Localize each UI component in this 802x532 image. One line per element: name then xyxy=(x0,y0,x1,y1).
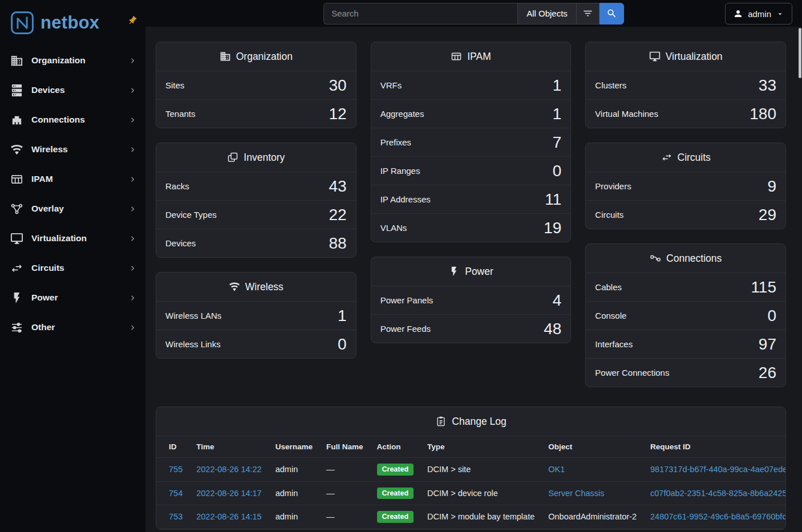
brand-name[interactable]: netbox xyxy=(40,13,99,33)
change-full-name: — xyxy=(326,489,335,498)
stat-label[interactable]: Cables xyxy=(595,282,622,292)
sidebar-item-devices[interactable]: Devices xyxy=(0,75,145,105)
scrollbar-thumb[interactable] xyxy=(799,28,801,78)
app-window: netbox Organization Devices Connections … xyxy=(0,0,802,532)
change-id-link[interactable]: 755 xyxy=(169,465,183,474)
stat-label[interactable]: Circuits xyxy=(595,210,623,220)
change-object-link[interactable]: OK1 xyxy=(548,465,565,474)
stat-label[interactable]: IP Ranges xyxy=(380,166,420,176)
stat-label[interactable]: Wireless Links xyxy=(165,339,221,349)
card-header: Inventory xyxy=(156,143,356,172)
stat-value[interactable]: 0 xyxy=(553,163,562,179)
stat-value[interactable]: 12 xyxy=(329,106,347,122)
stat-value[interactable]: 1 xyxy=(338,308,347,324)
column-header-object[interactable]: Object xyxy=(541,436,643,458)
stat-value[interactable]: 26 xyxy=(759,365,776,381)
stat-value[interactable]: 0 xyxy=(338,336,347,352)
stat-value[interactable]: 180 xyxy=(750,106,776,122)
column-header-username[interactable]: Username xyxy=(269,436,319,458)
stat-label[interactable]: Aggregates xyxy=(380,109,424,119)
sidebar-item-label: Power xyxy=(31,293,128,303)
change-id-link[interactable]: 754 xyxy=(169,489,183,498)
column-header-full-name[interactable]: Full Name xyxy=(319,436,370,458)
stat-label[interactable]: Device Types xyxy=(165,210,217,220)
stat-value[interactable]: 97 xyxy=(759,336,776,352)
card-title: Organization xyxy=(236,51,293,63)
stat-value[interactable]: 1 xyxy=(553,78,562,94)
stat-value[interactable]: 115 xyxy=(751,279,776,295)
stat-label[interactable]: IP Addresses xyxy=(380,194,431,204)
stat-label[interactable]: Power Panels xyxy=(380,295,434,305)
stat-value[interactable]: 1 xyxy=(553,106,562,122)
stat-value[interactable]: 29 xyxy=(759,207,776,223)
card-title: Virtualization xyxy=(666,51,723,63)
stat-label[interactable]: Console xyxy=(595,311,626,320)
stat-label[interactable]: Power Connections xyxy=(595,368,669,377)
stat-value[interactable]: 19 xyxy=(544,220,561,236)
change-id-link[interactable]: 753 xyxy=(169,512,183,521)
pin-sidebar-icon[interactable] xyxy=(127,15,137,26)
stat-label[interactable]: Power Feeds xyxy=(380,324,431,334)
stat-value[interactable]: 0 xyxy=(767,308,776,324)
stat-value[interactable]: 43 xyxy=(329,178,347,194)
request-id-link[interactable]: c07f0ab2-2351-4c58-825a-8b6a2425a1ab xyxy=(650,489,786,498)
stat-value[interactable]: 7 xyxy=(553,135,562,151)
sidebar-item-overlay[interactable]: Overlay xyxy=(0,194,145,224)
dashboard-content: Organization Sites 30 Tenants 12 Invento… xyxy=(145,27,802,532)
change-time-link[interactable]: 2022-08-26 14:15 xyxy=(196,512,262,521)
stat-value[interactable]: 88 xyxy=(329,235,347,251)
object-type-dropdown[interactable]: All Objects xyxy=(517,3,577,25)
sidebar-item-connections[interactable]: Connections xyxy=(0,105,145,135)
change-object-link[interactable]: Server Chassis xyxy=(548,489,604,498)
column-header-id[interactable]: ID xyxy=(156,436,189,458)
stat-label[interactable]: Interfaces xyxy=(595,339,633,349)
sidebar-item-other[interactable]: Other xyxy=(0,312,145,342)
request-id-link[interactable]: 9817317d-b67f-440a-99ca-4ae07ede94df xyxy=(650,465,786,474)
change-time-link[interactable]: 2022-08-26 14:17 xyxy=(196,489,262,498)
request-id-link[interactable]: 24807c61-9952-49c6-b8a5-69760bfcc4b3 xyxy=(650,512,786,521)
change-time-link[interactable]: 2022-08-26 14:22 xyxy=(196,465,262,474)
main-area: All Objects admin Organiza xyxy=(145,0,802,532)
user-menu-button[interactable]: admin xyxy=(725,3,792,25)
stat-label[interactable]: Clusters xyxy=(595,80,626,90)
stat-label[interactable]: Racks xyxy=(165,181,189,191)
stat-value[interactable]: 22 xyxy=(329,207,347,223)
column-header-type[interactable]: Type xyxy=(420,436,541,458)
stat-value[interactable]: 33 xyxy=(759,78,776,94)
stat-value[interactable]: 48 xyxy=(544,321,561,337)
chevron-right-icon xyxy=(128,56,137,66)
search-icon xyxy=(606,8,617,19)
sidebar-item-circuits[interactable]: Circuits xyxy=(0,253,145,283)
stat-row-power-feeds: Power Feeds 48 xyxy=(371,314,571,343)
stat-label[interactable]: Sites xyxy=(165,80,184,90)
stat-value[interactable]: 11 xyxy=(545,192,561,208)
sidebar-item-organization[interactable]: Organization xyxy=(0,46,145,75)
stat-label[interactable]: Virtual Machines xyxy=(595,109,658,119)
stat-value[interactable]: 30 xyxy=(329,78,347,94)
sidebar-item-power[interactable]: Power xyxy=(0,283,145,312)
stat-label[interactable]: VRFs xyxy=(380,80,402,90)
stat-value[interactable]: 4 xyxy=(553,293,562,308)
column-header-request-id[interactable]: Request ID xyxy=(643,436,786,458)
search-input[interactable] xyxy=(323,3,517,25)
sidebar-item-virtualization[interactable]: Virtualization xyxy=(0,224,145,253)
filter-button[interactable] xyxy=(577,3,600,25)
column-header-action[interactable]: Action xyxy=(370,436,421,458)
stat-label[interactable]: Devices xyxy=(165,238,196,248)
stat-label[interactable]: Wireless LANs xyxy=(165,311,221,320)
change-log-card: Change Log IDTimeUsernameFull NameAction… xyxy=(156,407,786,530)
sidebar-item-ipam[interactable]: IPAM xyxy=(0,164,145,194)
stat-label[interactable]: VLANs xyxy=(380,223,407,233)
sidebar-item-wireless[interactable]: Wireless xyxy=(0,135,145,164)
search-button[interactable] xyxy=(600,3,624,25)
chevron-right-icon xyxy=(128,263,137,273)
sidebar-item-label: Circuits xyxy=(31,263,128,273)
netbox-logo-icon[interactable] xyxy=(9,10,35,36)
stat-label[interactable]: Providers xyxy=(595,181,631,191)
stat-label[interactable]: Prefixes xyxy=(380,137,411,147)
stat-label[interactable]: Tenants xyxy=(165,109,196,119)
column-header-time[interactable]: Time xyxy=(189,436,269,458)
sidebar-item-label: Devices xyxy=(31,85,128,95)
sidebar-item-label: Virtualization xyxy=(31,233,128,243)
stat-value[interactable]: 9 xyxy=(767,178,776,194)
